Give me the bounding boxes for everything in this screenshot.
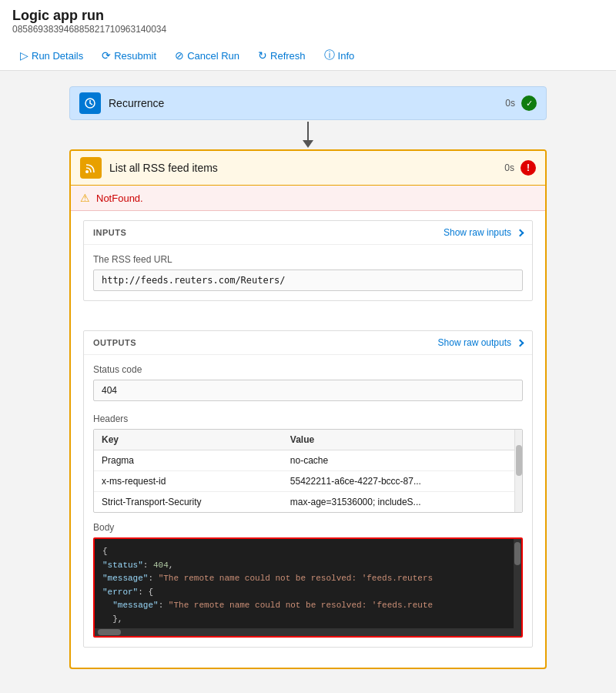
- main-content: Recurrence 0s ✓ List all RSS feed items: [0, 71, 616, 693]
- chevron-right-outputs-icon: [517, 339, 524, 346]
- header-key-cell: x-ms-request-id: [94, 471, 283, 492]
- outputs-section-body: Status code 404: [84, 355, 532, 410]
- show-raw-outputs-link[interactable]: Show raw outputs: [438, 337, 523, 348]
- page-title: Logic app run: [12, 8, 604, 24]
- cancel-run-button[interactable]: ⊘ Cancel Run: [167, 46, 247, 65]
- headers-scrollbar[interactable]: [514, 430, 522, 512]
- page-subtitle: 085869383946885821710963140034: [12, 24, 604, 35]
- outputs-section-title: OUTPUTS: [93, 338, 136, 347]
- recurrence-block[interactable]: Recurrence 0s ✓: [69, 86, 547, 120]
- refresh-icon: ↻: [258, 49, 267, 62]
- header-value-cell: no-cache: [283, 450, 522, 471]
- inputs-section-title: INPUTS: [93, 228, 126, 237]
- flow-arrow: [303, 122, 313, 148]
- outputs-section-box: OUTPUTS Show raw outputs Status code 404…: [83, 330, 533, 648]
- headers-label: Headers: [93, 413, 523, 424]
- table-row: Pragmano-cache: [94, 450, 522, 471]
- rss-header[interactable]: List all RSS feed items 0s !: [71, 151, 545, 186]
- arrow-line: [307, 122, 309, 140]
- body-code-container: { "status": 404, "message": "The remote …: [93, 537, 523, 638]
- rss-status-icon: !: [521, 160, 536, 176]
- rss-icon: [80, 157, 102, 179]
- error-banner: ⚠ NotFound.: [71, 186, 545, 211]
- headers-col-value: Value: [283, 430, 522, 450]
- refresh-button[interactable]: ↻ Refresh: [250, 46, 313, 65]
- chevron-right-icon: [517, 229, 524, 236]
- outputs-section-header: OUTPUTS Show raw outputs: [84, 331, 532, 355]
- recurrence-icon: [79, 92, 101, 114]
- recurrence-status-icon: ✓: [521, 95, 537, 111]
- body-line-2: "status": 404,: [102, 559, 514, 573]
- status-code-label: Status code: [93, 364, 523, 375]
- page-header: Logic app run 08586938394688582171096314…: [0, 0, 616, 71]
- body-line-5: "message": "The remote name could not be…: [102, 599, 514, 613]
- rss-feed-label: The RSS feed URL: [93, 254, 523, 265]
- table-row: Strict-Transport-Securitymax-age=3153600…: [94, 492, 522, 513]
- run-details-button[interactable]: ▷ Run Details: [12, 46, 91, 65]
- inputs-section-box: INPUTS Show raw inputs The RSS feed URL …: [83, 220, 533, 301]
- code-hscrollbar-thumb: [98, 629, 121, 635]
- code-scrollbar[interactable]: [514, 539, 521, 636]
- header-key-cell: Strict-Transport-Security: [94, 492, 283, 513]
- inputs-section-container: INPUTS Show raw inputs The RSS feed URL …: [71, 211, 545, 321]
- run-details-icon: ▷: [20, 49, 28, 62]
- svg-point-1: [85, 170, 89, 173]
- inputs-section-header: INPUTS Show raw inputs: [84, 221, 532, 245]
- outputs-section-container: OUTPUTS Show raw outputs Status code 404…: [71, 321, 545, 668]
- header-key-cell: Pragma: [94, 450, 283, 471]
- headers-table-container: Key Value Pragmano-cachex-ms-request-id5…: [93, 429, 523, 513]
- headers-table: Key Value Pragmano-cachex-ms-request-id5…: [94, 430, 522, 512]
- warning-icon: ⚠: [80, 192, 90, 204]
- body-line-3: "message": "The remote name could not be…: [102, 572, 514, 586]
- inputs-section-body: The RSS feed URL http://feeds.reuters.co…: [84, 245, 532, 300]
- table-row: x-ms-request-id55422211-a6ce-4227-bccc-8…: [94, 471, 522, 492]
- headers-scrollbar-thumb: [516, 445, 522, 476]
- rss-label: List all RSS feed items: [109, 162, 504, 174]
- body-section: Body { "status": 404, "message": "The re…: [84, 522, 532, 647]
- status-code-value: 404: [93, 380, 523, 401]
- headers-section: Headers Key Value Pragmano-: [84, 413, 532, 522]
- code-scrollbar-thumb: [514, 542, 521, 565]
- rss-block: List all RSS feed items 0s ! ⚠ NotFound.…: [69, 149, 547, 669]
- code-hscrollbar[interactable]: [95, 628, 514, 636]
- rss-duration: 0s: [504, 162, 514, 173]
- arrow-head: [303, 140, 313, 148]
- header-value-cell: max-age=31536000; includeS...: [283, 492, 522, 513]
- body-line-4: "error": {: [102, 586, 514, 600]
- show-raw-inputs-link[interactable]: Show raw inputs: [444, 227, 523, 238]
- resubmit-icon: ⟳: [102, 49, 111, 62]
- rss-feed-value: http://feeds.reuters.com/Reuters/: [93, 270, 523, 291]
- error-message: NotFound.: [96, 192, 143, 204]
- toolbar: ▷ Run Details ⟳ Resubmit ⊘ Cancel Run ↻ …: [12, 41, 604, 70]
- cancel-icon: ⊘: [175, 49, 184, 62]
- recurrence-duration: 0s: [505, 98, 515, 109]
- info-button[interactable]: ⓘ Info: [316, 45, 363, 65]
- recurrence-label: Recurrence: [109, 97, 505, 109]
- body-line-6: },: [102, 613, 514, 627]
- header-value-cell: 55422211-a6ce-4227-bccc-87...: [283, 471, 522, 492]
- body-line-1: {: [102, 545, 514, 559]
- body-label: Body: [93, 522, 523, 533]
- flow-container: Recurrence 0s ✓ List all RSS feed items: [31, 86, 585, 669]
- headers-col-key: Key: [94, 430, 283, 450]
- info-icon: ⓘ: [324, 49, 335, 62]
- resubmit-button[interactable]: ⟳ Resubmit: [94, 46, 164, 65]
